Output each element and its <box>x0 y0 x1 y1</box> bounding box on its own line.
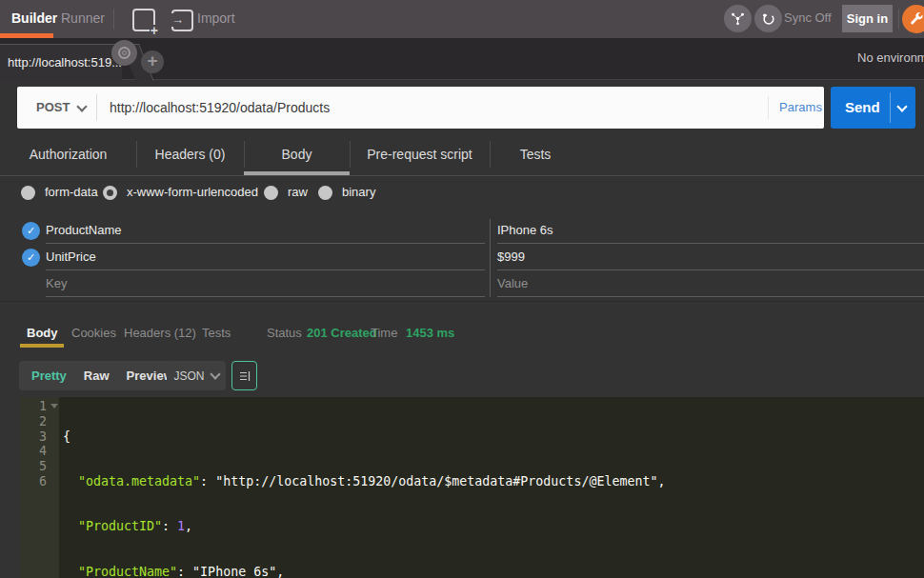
topbar-divider <box>898 9 899 30</box>
body-mode-x-www-form-urlencoded[interactable]: x-www-form-urlencoded <box>103 185 258 200</box>
request-tab[interactable]: http://localhost:519... <box>0 44 122 81</box>
language-dropdown-label: JSON <box>173 369 204 383</box>
view-raw-button[interactable]: Raw <box>75 361 118 390</box>
params-divider <box>768 96 769 119</box>
signin-button[interactable]: Sign in <box>842 5 893 32</box>
url-bar: POST http://localhost:51920/odata/Produc… <box>17 87 824 129</box>
body-mode-label: x-www-form-urlencoded <box>127 185 258 200</box>
request-tab-title: http://localhost:519... <box>0 45 122 81</box>
sync-status-label: Sync Off <box>784 0 832 38</box>
environment-selector[interactable]: No environment <box>857 38 924 80</box>
nav-runner-label: Runner <box>61 10 105 26</box>
line-number: 6 <box>20 474 47 489</box>
line-number: 4 <box>20 444 47 459</box>
body-mode-label: form-data <box>45 185 98 200</box>
response-tab-tests[interactable]: Tests <box>202 319 231 348</box>
radio-icon[interactable] <box>264 186 278 200</box>
postman-window: Builder Runner Import Sync Off Sign in <box>0 0 924 578</box>
tab-authorization[interactable]: Authorization <box>0 133 136 175</box>
tab-body[interactable]: Body <box>244 133 350 175</box>
code-line: "ProductName": "IPhone 6s", <box>63 565 924 578</box>
tab-headers[interactable]: Headers (0) <box>136 133 244 175</box>
body-mode-label: binary <box>342 185 375 200</box>
network-hub-glyph <box>730 10 746 27</box>
form-key-input[interactable]: UnitPrice <box>46 244 485 270</box>
request-tabstrip: http://localhost:519... + No environment <box>0 38 924 80</box>
tab-pre-request-script[interactable]: Pre-request script <box>350 133 490 175</box>
chevron-down-icon <box>76 101 87 111</box>
row-enabled-checkbox[interactable] <box>22 222 40 240</box>
radio-selected-icon[interactable] <box>103 186 117 200</box>
fold-toggle-icon[interactable] <box>50 404 58 409</box>
form-value-input[interactable]: IPhone 6s <box>497 217 924 244</box>
sync-icon[interactable] <box>754 5 782 32</box>
nav-runner[interactable]: Runner <box>61 0 105 38</box>
response-section-separator <box>0 301 924 302</box>
interceptor-icon[interactable] <box>724 5 752 32</box>
status-label: Status <box>267 319 302 348</box>
send-label: Send <box>845 87 880 129</box>
form-key-input[interactable]: ProductName <box>46 217 485 244</box>
body-mode-raw[interactable]: raw <box>264 185 308 200</box>
chevron-down-icon <box>210 369 220 379</box>
form-key-input-empty[interactable]: Key <box>46 270 485 297</box>
body-mode-binary[interactable]: binary <box>318 185 375 200</box>
topbar-divider <box>113 9 114 30</box>
topbar: Builder Runner Import Sync Off Sign in <box>0 0 924 38</box>
settings-wrench-icon[interactable] <box>902 5 924 33</box>
new-collection-icon[interactable] <box>132 9 155 31</box>
view-pretty-button[interactable]: Pretty <box>23 361 75 390</box>
line-number: 1 <box>20 399 47 414</box>
code-line: { <box>63 429 924 445</box>
body-mode-form-data[interactable]: form-data <box>21 185 98 200</box>
url-bar-divider <box>96 94 97 121</box>
wrap-lines-glyph <box>239 370 251 382</box>
radio-icon[interactable] <box>318 186 332 200</box>
import-icon[interactable] <box>171 10 193 31</box>
response-body-active-underline <box>20 344 64 348</box>
tab-tests[interactable]: Tests <box>490 133 581 175</box>
response-body-editor[interactable]: 1 2 3 4 5 6 { "odata.metadata": "http://… <box>20 397 924 578</box>
radio-icon[interactable] <box>21 186 35 200</box>
code-line: "ProductID": 1, <box>63 519 924 534</box>
editor-code-area[interactable]: { "odata.metadata": "http://localhost:51… <box>59 397 924 578</box>
sync-orbit-glyph <box>760 10 777 28</box>
response-tab-cookies[interactable]: Cookies <box>71 319 116 348</box>
time-value: 1453 ms <box>406 319 454 348</box>
form-value-input-empty[interactable]: Value <box>497 270 924 297</box>
line-number: 5 <box>20 459 47 474</box>
nav-builder[interactable]: Builder <box>11 0 57 38</box>
send-button[interactable]: Send <box>831 87 915 129</box>
new-tab-button[interactable]: + <box>141 50 164 73</box>
chevron-down-icon[interactable] <box>896 101 907 111</box>
key-value-column-divider <box>490 219 491 297</box>
row-enabled-checkbox[interactable] <box>22 249 40 267</box>
response-view-toggle: Pretty Raw Preview <box>19 361 186 390</box>
concentric-rings-glyph <box>118 47 131 59</box>
form-value-input[interactable]: $999 <box>497 244 924 270</box>
line-number: 2 <box>20 414 47 429</box>
import-button[interactable]: Import <box>197 0 235 38</box>
body-mode-label: raw <box>288 185 308 200</box>
line-number: 3 <box>20 429 47 445</box>
send-split-divider <box>890 92 891 123</box>
nav-builder-label: Builder <box>11 10 57 26</box>
response-tab-headers[interactable]: Headers (12) <box>124 319 196 348</box>
wrench-glyph <box>909 11 924 27</box>
params-button[interactable]: Params <box>777 87 824 129</box>
tab-status-icon <box>111 40 137 66</box>
time-label: Time <box>371 319 397 348</box>
status-badge: 201 Created <box>307 319 377 348</box>
method-selector[interactable]: POST <box>36 87 70 129</box>
request-editor-tabs: Authorization Headers (0) Body Pre-reque… <box>0 133 924 176</box>
language-dropdown[interactable]: JSON <box>167 361 226 390</box>
code-line: "odata.metadata": "http://localhost:5192… <box>63 474 924 489</box>
url-input[interactable]: http://localhost:51920/odata/Products <box>110 87 330 129</box>
editor-gutter: 1 2 3 4 5 6 <box>20 397 59 578</box>
wrap-text-button[interactable] <box>231 361 257 390</box>
